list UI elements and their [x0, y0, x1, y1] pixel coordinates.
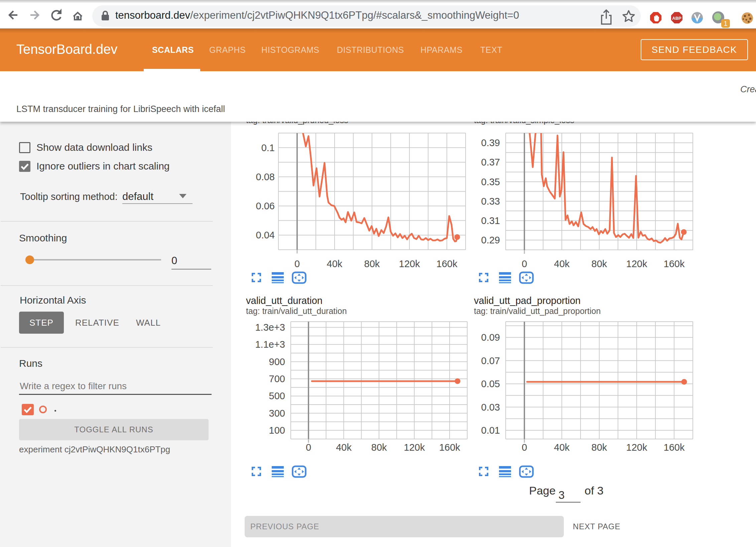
svg-text:120k: 120k: [404, 442, 425, 453]
svg-text:40k: 40k: [554, 442, 570, 453]
svg-text:120k: 120k: [399, 258, 420, 269]
svg-text:80k: 80k: [592, 442, 607, 453]
svg-text:0.37: 0.37: [481, 157, 500, 168]
svg-text:900: 900: [269, 356, 285, 367]
svg-text:80k: 80k: [364, 258, 380, 269]
svg-text:0.05: 0.05: [481, 378, 500, 389]
svg-text:1.1e+3: 1.1e+3: [255, 339, 285, 350]
svg-text:0.06: 0.06: [256, 201, 275, 211]
svg-text:160k: 160k: [664, 442, 685, 453]
svg-text:0: 0: [522, 258, 527, 269]
svg-text:40k: 40k: [336, 442, 352, 453]
svg-text:0.39: 0.39: [481, 137, 500, 148]
svg-text:0.33: 0.33: [481, 196, 500, 207]
svg-text:0.31: 0.31: [481, 215, 500, 226]
svg-text:100: 100: [269, 425, 285, 436]
svg-text:120k: 120k: [626, 258, 647, 269]
svg-text:40k: 40k: [327, 258, 343, 269]
svg-text:1.3e+3: 1.3e+3: [255, 322, 285, 333]
svg-text:80k: 80k: [592, 258, 607, 269]
svg-text:0.35: 0.35: [481, 177, 500, 187]
svg-text:0.04: 0.04: [256, 230, 275, 240]
svg-text:160k: 160k: [439, 442, 460, 453]
svg-text:160k: 160k: [664, 258, 685, 269]
svg-text:0.29: 0.29: [481, 235, 500, 245]
svg-text:0.08: 0.08: [256, 172, 275, 182]
svg-text:160k: 160k: [436, 258, 458, 269]
svg-text:0: 0: [522, 442, 527, 453]
svg-text:0.07: 0.07: [481, 355, 500, 366]
svg-text:80k: 80k: [371, 442, 387, 453]
svg-text:120k: 120k: [626, 442, 647, 453]
svg-text:0.1: 0.1: [261, 142, 275, 153]
svg-text:40k: 40k: [554, 258, 570, 269]
svg-text:300: 300: [269, 408, 285, 419]
svg-text:700: 700: [269, 373, 285, 384]
svg-text:1: 1: [724, 20, 727, 27]
svg-text:ABP: ABP: [672, 16, 681, 21]
svg-text:0: 0: [294, 258, 300, 269]
svg-text:0.03: 0.03: [481, 402, 500, 413]
svg-text:500: 500: [269, 391, 285, 401]
svg-text:0.09: 0.09: [481, 332, 500, 343]
svg-text:0.01: 0.01: [481, 425, 500, 436]
svg-text:0: 0: [306, 442, 311, 453]
